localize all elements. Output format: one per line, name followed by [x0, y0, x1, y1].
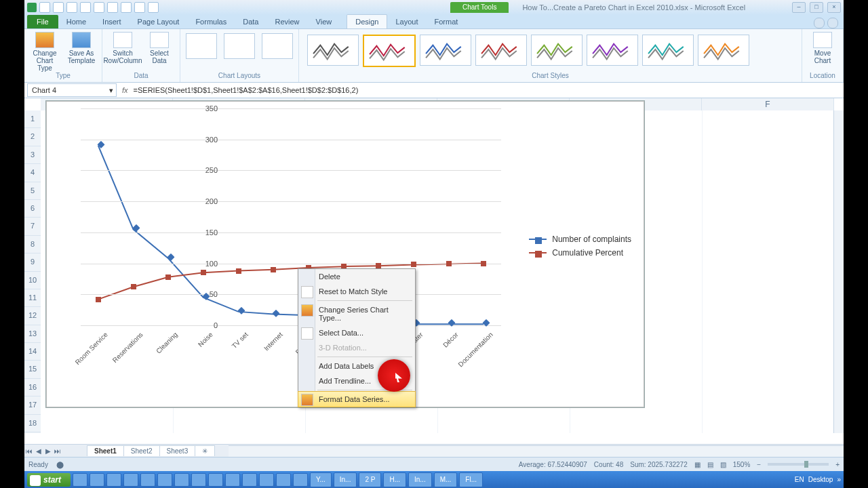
taskbar-task-5[interactable]: M...	[434, 472, 458, 487]
quick-launch-ie-icon[interactable]	[90, 473, 104, 487]
close-button[interactable]: ×	[827, 2, 841, 13]
data-point[interactable]	[201, 270, 206, 275]
quick-launch-snip-icon[interactable]	[276, 473, 291, 487]
qat-undo-icon[interactable]	[53, 2, 64, 13]
data-point[interactable]	[481, 261, 486, 266]
tab-review[interactable]: Review	[267, 15, 307, 28]
formula-input[interactable]: =SERIES(Sheet1!$D$1,Sheet1!$A$2:$A$16,Sh…	[134, 86, 844, 94]
chart-style-5[interactable]	[531, 35, 583, 66]
taskbar-task-6[interactable]: Fl...	[459, 472, 483, 487]
chart-object[interactable]: Room ServiceReservationsCleaningNoiseTV …	[46, 101, 644, 407]
qat-more-icon[interactable]	[148, 2, 159, 13]
qat-quickprint-icon[interactable]	[134, 2, 145, 13]
tray-lang[interactable]: EN	[795, 476, 804, 483]
chart-layout-1[interactable]	[186, 33, 217, 59]
quick-launch-word-icon[interactable]	[157, 473, 172, 487]
col-header-F[interactable]: F	[702, 98, 834, 110]
data-point[interactable]	[96, 297, 101, 302]
ribbon-minimize-icon[interactable]	[814, 18, 825, 28]
taskbar-task-4[interactable]: In...	[408, 472, 432, 487]
row-header-17[interactable]: 17	[24, 396, 41, 414]
row-header-14[interactable]: 14	[24, 343, 41, 361]
sheet-nav-prev[interactable]: ◀	[34, 447, 43, 455]
chart-style-2[interactable]	[363, 35, 416, 67]
qat-preview-icon[interactable]	[121, 2, 132, 13]
data-point[interactable]	[411, 262, 416, 267]
tab-formulas[interactable]: Formulas	[187, 15, 235, 28]
quick-launch-paint-icon[interactable]	[225, 473, 240, 487]
row-header-16[interactable]: 16	[24, 379, 41, 396]
sheet-nav-next[interactable]: ▶	[43, 447, 53, 455]
fx-icon[interactable]: fx	[122, 86, 128, 94]
data-point[interactable]	[131, 284, 136, 289]
data-point[interactable]	[165, 274, 171, 280]
taskbar-task-3[interactable]: H...	[383, 472, 406, 487]
row-header-10[interactable]: 10	[24, 272, 41, 289]
row-header-5[interactable]: 5	[24, 182, 41, 200]
row-header-11[interactable]: 11	[24, 289, 41, 307]
qat-redo-icon[interactable]	[66, 2, 77, 13]
row-header-3[interactable]: 3	[24, 146, 41, 164]
ctx-delete[interactable]: Delete	[298, 269, 415, 284]
switch-row-column-button[interactable]: Switch Row/Column	[106, 32, 139, 64]
tab-data[interactable]: Data	[235, 15, 267, 28]
tab-layout[interactable]: Layout	[387, 15, 426, 28]
taskbar-task-2[interactable]: 2 P	[359, 472, 381, 487]
tab-format[interactable]: Format	[426, 15, 466, 28]
zoom-out-button[interactable]: −	[757, 461, 761, 468]
legend-item-complaints[interactable]: Number of complaints	[529, 235, 631, 244]
change-chart-type-button[interactable]: Change Chart Type	[28, 32, 61, 72]
move-chart-button[interactable]: Move Chart	[806, 32, 839, 64]
row-header-7[interactable]: 7	[24, 218, 41, 235]
name-box[interactable]: Chart 4▾	[27, 83, 117, 97]
legend-item-cumulative[interactable]: Cumulative Percent	[529, 248, 631, 258]
save-as-template-button[interactable]: Save As Template	[65, 32, 98, 64]
row-header-9[interactable]: 9	[24, 253, 41, 271]
data-point[interactable]	[446, 261, 452, 266]
ctx-change-series-chart-type[interactable]: Change Series Chart Type...	[298, 302, 415, 325]
taskbar-task-0[interactable]: Y...	[310, 472, 332, 487]
chart-style-7[interactable]	[642, 35, 694, 66]
row-header-15[interactable]: 15	[24, 361, 41, 378]
tab-file[interactable]: File	[27, 15, 58, 28]
chart-legend[interactable]: Number of complaints Cumulative Percent	[529, 230, 631, 262]
row-header-6[interactable]: 6	[24, 200, 41, 218]
zoom-level[interactable]: 150%	[733, 461, 751, 468]
restore-button[interactable]: □	[810, 2, 823, 13]
row-header-2[interactable]: 2	[24, 128, 41, 146]
taskbar-task-1[interactable]: In...	[334, 472, 357, 487]
start-button[interactable]: start	[27, 473, 71, 487]
sheet-tab-2[interactable]: Sheet2	[123, 445, 160, 456]
row-header-13[interactable]: 13	[24, 325, 41, 343]
chart-layout-3[interactable]	[262, 33, 293, 59]
help-icon[interactable]	[827, 18, 838, 28]
quick-launch-media-icon[interactable]	[242, 473, 257, 487]
chart-style-8[interactable]	[698, 35, 749, 66]
quick-launch-notes-icon[interactable]	[191, 473, 206, 487]
ctx-format-data-series[interactable]: Format Data Series...	[298, 391, 416, 407]
data-point[interactable]	[271, 267, 276, 272]
chart-style-4[interactable]	[475, 35, 527, 66]
zoom-slider[interactable]	[768, 463, 829, 466]
chart-style-1[interactable]	[307, 35, 359, 66]
ctx-reset-match-style[interactable]: Reset to Match Style	[298, 284, 415, 299]
zoom-in-button[interactable]: +	[835, 461, 840, 468]
quick-launch-camtasia-icon[interactable]	[259, 473, 274, 487]
tab-design[interactable]: Design	[347, 14, 387, 28]
row-header-18[interactable]: 18	[24, 415, 41, 432]
tab-home[interactable]: Home	[58, 15, 94, 28]
plot-area[interactable]	[81, 108, 501, 325]
qat-save-icon[interactable]	[39, 2, 50, 13]
sheet-tab-1[interactable]: Sheet1	[87, 445, 124, 456]
row-header-4[interactable]: 4	[24, 164, 41, 182]
ctx-select-data[interactable]: Select Data...	[298, 325, 415, 340]
sheet-nav-first[interactable]: ⏮	[24, 447, 34, 455]
qat-print-icon[interactable]	[107, 2, 118, 13]
vertical-scrollbar[interactable]	[833, 110, 844, 433]
quick-launch-show-desktop-icon[interactable]	[73, 473, 87, 487]
quick-launch-calc-icon[interactable]	[208, 473, 223, 487]
quick-launch-ppt-icon[interactable]	[123, 473, 138, 487]
minimize-button[interactable]: –	[792, 2, 806, 13]
tray-more-icon[interactable]: »	[837, 476, 841, 483]
qat-new-icon[interactable]	[80, 2, 91, 13]
